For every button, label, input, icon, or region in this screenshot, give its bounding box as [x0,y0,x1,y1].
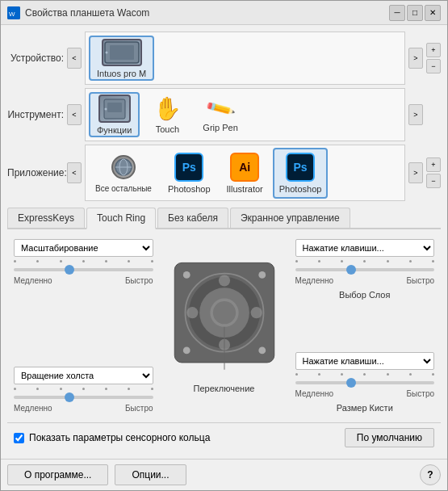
bottom-left-fast: Быстро [125,404,153,413]
func-icon [98,94,131,123]
device-icon [102,39,142,66]
main-window: W Свойства планшета Wacom ─ □ ✕ Устройст… [0,0,448,491]
tool-item-touch[interactable]: ✋ Touch [143,92,191,137]
show-params-checkbox[interactable] [14,433,24,443]
app-add-button[interactable]: + [426,157,441,172]
bottom-left-dots [14,388,153,390]
top-right-fast: Быстро [407,276,434,285]
window-title: Свойства планшета Wacom [25,7,149,19]
ai-icon: Ai [230,153,259,182]
svg-point-4 [105,51,107,53]
title-bar-left: W Свойства планшета Wacom [7,6,149,19]
app-prev-button[interactable]: < [67,162,82,183]
svg-point-20 [250,307,262,318]
bottom-right-sublabel: Размер Кисти [295,403,435,413]
svg-rect-3 [110,45,134,60]
show-params-label[interactable]: Показать параметры сенсорного кольца [29,432,210,443]
device-remove-button[interactable]: − [426,59,441,73]
bottom-right-dropdown[interactable]: Нажатие клавиши... Масштабирование Враще… [295,352,435,370]
tab-touchring[interactable]: Touch Ring [86,208,156,229]
top-right-group: Нажатие клавиши... Масштабирование Враще… [295,239,435,300]
app-name-ps2: Photoshop [279,184,322,194]
bottom-row: Показать параметры сенсорного кольца По … [7,422,441,452]
footer-row: О программе... Опции... ? [1,459,447,490]
bottom-left-labels: Медленно Быстро [14,404,153,413]
tool-next-button[interactable]: > [408,104,423,125]
device-item-intuos[interactable]: Intuos pro M [89,36,154,81]
app-item-ps1[interactable]: Ps Photoshop [161,148,217,199]
tab-onscreen[interactable]: Экранное управление [230,208,350,228]
tool-side-btns: + − [426,99,441,130]
device-prev-button[interactable]: < [67,48,82,69]
app-remove-button[interactable]: − [426,174,441,188]
help-button[interactable]: ? [420,464,441,485]
tool-prev-button[interactable]: < [67,104,82,125]
touch-icon: ✋ [151,95,183,122]
bottom-right-thumb [346,378,356,388]
svg-point-22 [186,307,198,318]
device-row: Устройство: < Intuos pro M > + [7,31,441,85]
top-right-dropdown[interactable]: Нажатие клавиши... Масштабирование Враще… [295,239,435,257]
tool-name-touch: Touch [156,124,179,134]
close-button[interactable]: ✕ [425,5,441,21]
app-label: Приложение: [7,167,64,178]
top-right-dots [295,260,435,262]
left-column: Масштабирование Вращение холста Нажатие … [14,239,153,413]
top-left-dropdown[interactable]: Масштабирование Вращение холста Нажатие … [14,239,153,257]
default-button[interactable]: По умолчанию [345,428,434,447]
about-button[interactable]: О программе... [7,464,108,485]
app-item-all[interactable]: Все остальные [89,148,158,198]
top-left-labels: Медленно Быстро [14,276,153,285]
center-label: Переключение [194,384,255,393]
app-item-ai[interactable]: Ai Illustrator [220,148,270,199]
bottom-right-slider[interactable] [295,381,435,384]
app-name-ai: Illustrator [227,184,263,194]
top-left-thumb [65,265,74,275]
device-add-button[interactable]: + [426,43,441,57]
title-bar-buttons: ─ □ ✕ [389,5,441,21]
top-left-fast: Быстро [125,276,153,285]
device-next-button[interactable]: > [408,48,423,69]
minimize-button[interactable]: ─ [389,5,405,21]
top-left-slow: Медленно [14,276,52,285]
top-left-slider[interactable] [14,268,153,271]
options-button[interactable]: Опции... [115,464,186,485]
main-content: Устройство: < Intuos pro M > + [1,25,447,459]
checkbox-row: Показать параметры сенсорного кольца [14,432,210,443]
top-right-slider[interactable] [295,268,435,271]
tab-expresskeys[interactable]: ExpressKeys [7,208,85,228]
app-name-all: Все остальные [95,184,152,193]
app-items-area: Все остальные Ps Photoshop Ai Illustrato… [85,145,405,201]
top-left-group: Масштабирование Вращение холста Нажатие … [14,239,153,285]
tool-item-func[interactable]: Функции [89,92,140,137]
app-name-ps1: Photoshop [168,184,211,194]
app-item-ps2[interactable]: Ps Photoshop [273,148,329,199]
app-next-button[interactable]: > [408,162,423,183]
device-label: Устройство: [7,52,64,64]
app-side-btns: + − [426,157,441,188]
ring-svg [164,259,285,380]
top-left-dots [14,260,153,262]
svg-rect-6 [107,103,122,112]
maximize-button[interactable]: □ [407,5,423,21]
device-items-area: Intuos pro M [85,31,405,85]
all-icon [109,153,138,182]
top-right-slow: Медленно [295,276,334,285]
svg-point-14 [182,346,190,354]
bottom-right-fast: Быстро [407,389,434,398]
tab-wireless[interactable]: Без кабеля [157,208,228,228]
bottom-left-group: Вращение холста Масштабирование Нажатие … [14,367,153,413]
svg-point-13 [258,271,266,279]
ring-visual [164,259,285,380]
ps2-icon: Ps [286,153,315,182]
title-bar: W Свойства планшета Wacom ─ □ ✕ [1,1,447,25]
bottom-left-slider[interactable] [14,396,153,399]
bottom-left-slow: Медленно [14,404,52,413]
tab-content-touchring: Масштабирование Вращение холста Нажатие … [7,233,441,419]
svg-point-15 [258,346,266,354]
bottom-left-dropdown[interactable]: Вращение холста Масштабирование Нажатие … [14,367,153,384]
tool-item-pen[interactable]: ✏️ Grip Pen [195,92,245,137]
top-right-labels: Медленно Быстро [295,276,435,285]
touch-ring-layout: Масштабирование Вращение холста Нажатие … [14,239,434,413]
bottom-left-thumb [65,392,74,402]
